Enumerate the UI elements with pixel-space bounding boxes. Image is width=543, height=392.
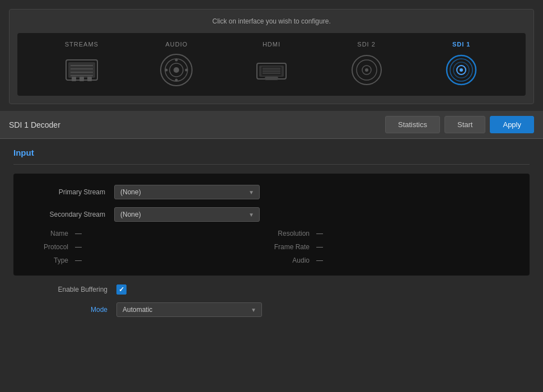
top-panel: Click on interface you wish to configure… xyxy=(9,9,534,104)
svg-rect-7 xyxy=(79,77,84,81)
svg-rect-8 xyxy=(87,77,92,81)
primary-stream-select[interactable]: (None) xyxy=(114,185,260,199)
svg-rect-6 xyxy=(72,77,76,81)
audio-icon xyxy=(158,52,194,88)
streams-label: STREAMS xyxy=(65,41,99,48)
name-label: Name xyxy=(30,230,75,237)
type-row: Type — xyxy=(30,256,272,264)
name-row: Name — xyxy=(30,230,272,237)
secondary-stream-select-wrapper: (None) xyxy=(114,207,260,222)
start-button[interactable]: Start xyxy=(444,116,485,133)
sdi2-icon xyxy=(349,52,385,88)
svg-point-28 xyxy=(365,68,368,72)
mode-label: Mode xyxy=(27,306,116,314)
hdmi-icon xyxy=(254,52,289,88)
svg-point-14 xyxy=(175,79,178,82)
svg-point-15 xyxy=(165,69,168,72)
sdi1-icon xyxy=(443,52,479,88)
apply-button[interactable]: Apply xyxy=(490,116,534,133)
secondary-stream-label: Secondary Stream xyxy=(30,211,114,218)
interface-bar: STREAMS AUDIO xyxy=(17,33,526,96)
page-title: SDI 1 Decoder xyxy=(9,120,385,129)
resolution-row: Resolution — xyxy=(272,230,513,237)
type-label: Type xyxy=(30,256,75,264)
protocol-row: Protocol — xyxy=(30,243,272,251)
toolbar: SDI 1 Decoder Statistics Start Apply xyxy=(0,111,543,139)
input-block: Primary Stream (None) Secondary Stream (… xyxy=(13,174,530,276)
mode-select[interactable]: Automatic Manual Disabled xyxy=(116,302,262,317)
resolution-label: Resolution xyxy=(272,230,316,237)
secondary-stream-select[interactable]: (None) xyxy=(114,207,260,222)
svg-point-12 xyxy=(174,67,179,73)
frame-rate-label: Frame Rate xyxy=(272,243,316,251)
svg-point-33 xyxy=(460,68,463,72)
audio-value: — xyxy=(316,256,323,264)
instruction-text: Click on interface you wish to configure… xyxy=(17,17,526,25)
frame-rate-row: Frame Rate — xyxy=(272,243,513,251)
info-col-left: Name — Protocol — Type — xyxy=(30,230,272,264)
sdi1-label: SDI 1 xyxy=(452,41,471,48)
mode-row: Mode Automatic Manual Disabled xyxy=(13,302,530,317)
svg-rect-19 xyxy=(261,67,282,76)
mode-select-wrapper: Automatic Manual Disabled xyxy=(116,302,262,317)
type-value: — xyxy=(75,256,82,264)
primary-stream-label: Primary Stream xyxy=(30,188,114,196)
enable-buffering-checkbox[interactable] xyxy=(116,284,127,295)
enable-buffering-label: Enable Buffering xyxy=(27,286,116,293)
resolution-value: — xyxy=(316,230,323,237)
audio-info-label: Audio xyxy=(272,256,316,264)
info-grid: Name — Protocol — Type — Resolution — xyxy=(30,230,513,264)
protocol-value: — xyxy=(75,243,82,251)
audio-row: Audio — xyxy=(272,256,513,264)
interface-sdi2[interactable]: SDI 2 xyxy=(349,41,385,88)
audio-label: AUDIO xyxy=(165,41,188,48)
streams-icon xyxy=(64,52,100,88)
name-value: — xyxy=(75,230,82,237)
enable-buffering-row: Enable Buffering xyxy=(13,284,530,295)
section-divider xyxy=(13,164,530,165)
interface-audio[interactable]: AUDIO xyxy=(158,41,194,88)
svg-point-13 xyxy=(175,59,178,62)
interface-sdi1[interactable]: SDI 1 xyxy=(443,41,479,88)
hdmi-label: HDMI xyxy=(263,41,280,48)
toolbar-buttons: Statistics Start Apply xyxy=(385,116,534,133)
secondary-stream-row: Secondary Stream (None) xyxy=(30,207,513,222)
input-section-title: Input xyxy=(13,148,530,157)
info-col-right: Resolution — Frame Rate — Audio — xyxy=(272,230,513,264)
frame-rate-value: — xyxy=(316,243,323,251)
primary-stream-row: Primary Stream (None) xyxy=(30,185,513,199)
interface-streams[interactable]: STREAMS xyxy=(64,41,100,88)
primary-stream-select-wrapper: (None) xyxy=(114,185,260,199)
protocol-label: Protocol xyxy=(30,243,75,251)
main-content: Input Primary Stream (None) Secondary St… xyxy=(0,139,543,326)
sdi2-label: SDI 2 xyxy=(357,41,376,48)
svg-rect-24 xyxy=(265,77,278,80)
svg-point-16 xyxy=(185,69,188,72)
statistics-button[interactable]: Statistics xyxy=(385,116,440,133)
interface-hdmi[interactable]: HDMI xyxy=(254,41,289,88)
